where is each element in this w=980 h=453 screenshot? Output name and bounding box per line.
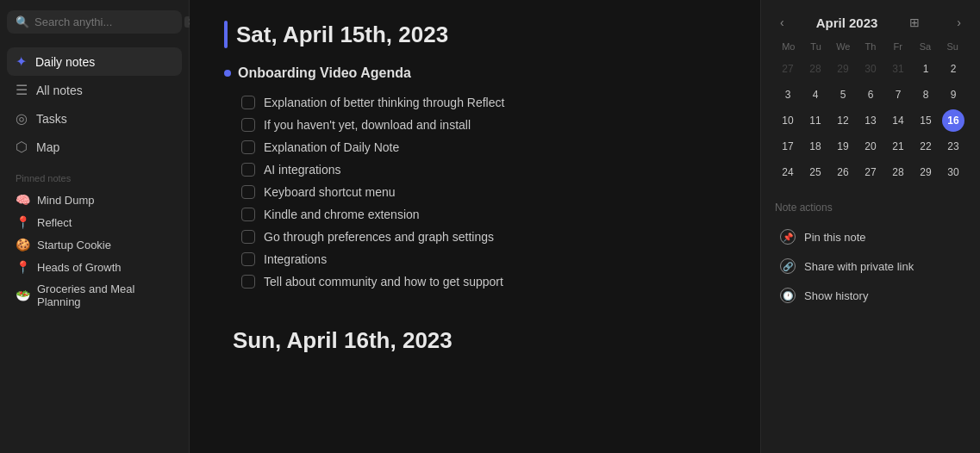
- checkbox[interactable]: [241, 118, 255, 132]
- calendar-day-header: Tu: [802, 41, 830, 52]
- calendar-cell[interactable]: 16: [942, 109, 964, 132]
- sidebar-item-label: Daily notes: [35, 55, 95, 69]
- checklist-item-label: AI integrations: [264, 163, 341, 177]
- list-item[interactable]: Go through preferences and graph setting…: [241, 226, 726, 248]
- checklist-item-label: Keyboard shortcut menu: [264, 185, 396, 199]
- pinned-item-groceries[interactable]: 🥗 Groceries and Meal Planning: [7, 278, 182, 313]
- pinned-item-mind-dump[interactable]: 🧠 Mind Dump: [7, 189, 182, 211]
- checkbox[interactable]: [241, 140, 255, 154]
- calendar-cell[interactable]: 11: [804, 109, 827, 132]
- search-bar[interactable]: 🔍 ⌘K 🎤: [7, 10, 182, 34]
- heads-of-growth-emoji: 📍: [16, 260, 30, 274]
- calendar-cell[interactable]: 3: [777, 84, 799, 106]
- calendar-cell[interactable]: 12: [832, 109, 854, 132]
- checklist-item-label: Explanation of Daily Note: [264, 140, 399, 154]
- calendar-cell[interactable]: 18: [804, 135, 827, 158]
- calendar-cell[interactable]: 23: [942, 135, 964, 158]
- sidebar-item-map[interactable]: ⬡ Map: [7, 133, 182, 161]
- date-label-1: Sat, April 15th, 2023: [236, 22, 448, 48]
- checkbox[interactable]: [241, 275, 255, 289]
- checkbox[interactable]: [241, 230, 255, 244]
- list-item[interactable]: Kindle and chrome extension: [241, 203, 726, 226]
- checkbox[interactable]: [241, 185, 255, 199]
- checkbox[interactable]: [241, 208, 255, 221]
- list-item[interactable]: AI integrations: [241, 158, 726, 181]
- sidebar-item-all-notes[interactable]: ☰ All notes: [7, 76, 182, 104]
- checkbox[interactable]: [241, 96, 255, 109]
- pin-icon: 📌: [780, 229, 796, 245]
- checkbox[interactable]: [241, 163, 255, 177]
- calendar-cell[interactable]: 22: [914, 135, 937, 158]
- calendar-cell[interactable]: 20: [859, 135, 882, 158]
- date-label-2: Sun, April 16th, 2023: [233, 327, 453, 354]
- calendar-cell[interactable]: 24: [777, 161, 799, 183]
- search-input[interactable]: [34, 16, 179, 28]
- cal-next-button[interactable]: ›: [952, 14, 966, 31]
- daily-notes-icon: ✦: [16, 53, 27, 70]
- calendar-cell[interactable]: 28: [804, 58, 827, 80]
- date-heading-1: Sat, April 15th, 2023: [224, 21, 726, 48]
- calendar-cell[interactable]: 2: [942, 58, 964, 80]
- section-dot: [224, 70, 231, 77]
- calendar-cell[interactable]: 30: [859, 58, 882, 80]
- calendar-days-header: MoTuWeThFrSaSu: [775, 41, 966, 52]
- calendar-cell[interactable]: 14: [887, 109, 909, 132]
- calendar-cell[interactable]: 9: [942, 84, 964, 106]
- pinned-item-heads-of-growth[interactable]: 📍 Heads of Growth: [7, 256, 182, 278]
- date-heading-2: Sun, April 16th, 2023: [224, 327, 726, 354]
- list-item[interactable]: If you haven't yet, download and install: [241, 114, 726, 136]
- calendar-cell[interactable]: 29: [914, 161, 937, 183]
- list-item[interactable]: Keyboard shortcut menu: [241, 181, 726, 203]
- calendar-cell[interactable]: 19: [832, 135, 854, 158]
- search-icon: 🔍: [16, 16, 29, 28]
- calendar-cell[interactable]: 27: [777, 58, 799, 80]
- checklist-item-label: If you haven't yet, download and install: [264, 118, 471, 132]
- checklist-item-label: Kindle and chrome extension: [264, 208, 420, 221]
- calendar-cell[interactable]: 28: [887, 161, 909, 183]
- calendar-cell[interactable]: 27: [859, 161, 882, 183]
- list-item[interactable]: Tell about community and how to get supp…: [241, 270, 726, 293]
- calendar-grid-icon[interactable]: ⊞: [904, 14, 925, 31]
- calendar-cell[interactable]: 21: [887, 135, 909, 158]
- pin-note-action[interactable]: 📌 Pin this note: [775, 222, 966, 251]
- calendar-grid: 2728293031123456789101112131415161718192…: [775, 57, 966, 184]
- calendar-cell[interactable]: 25: [804, 161, 827, 183]
- sidebar-item-label: Map: [36, 140, 59, 154]
- calendar-day-header: Sa: [912, 41, 939, 52]
- list-item[interactable]: Integrations: [241, 248, 726, 270]
- right-panel: ‹ April 2023 ⊞ › MoTuWeThFrSaSu 27282930…: [760, 0, 980, 453]
- calendar-cell[interactable]: 13: [859, 109, 882, 132]
- calendar-cell[interactable]: 8: [914, 84, 937, 106]
- main-content: Sat, April 15th, 2023 Onboarding Video A…: [190, 0, 760, 453]
- pinned-item-startup-cookie[interactable]: 🍪 Startup Cookie: [7, 233, 182, 256]
- show-history-action[interactable]: 🕐 Show history: [775, 281, 966, 310]
- checklist-item-label: Go through preferences and graph setting…: [264, 230, 494, 244]
- share-link-action[interactable]: 🔗 Share with private link: [775, 251, 966, 281]
- calendar-cell[interactable]: 5: [832, 84, 854, 106]
- note-actions-section: Note actions 📌 Pin this note 🔗 Share wit…: [775, 202, 966, 310]
- note-actions-label: Note actions: [775, 202, 966, 214]
- calendar-cell[interactable]: 30: [942, 161, 964, 183]
- checkbox[interactable]: [241, 252, 255, 266]
- cal-prev-button[interactable]: ‹: [775, 14, 790, 31]
- sidebar-item-daily-notes[interactable]: ✦ Daily notes: [7, 47, 182, 76]
- calendar-cell[interactable]: 15: [914, 109, 937, 132]
- calendar-cell[interactable]: 29: [832, 58, 854, 80]
- show-history-label: Show history: [804, 289, 868, 302]
- calendar-cell[interactable]: 10: [777, 109, 799, 132]
- checklist-item-label: Tell about community and how to get supp…: [264, 275, 503, 289]
- pinned-item-reflect[interactable]: 📍 Reflect: [7, 211, 182, 233]
- calendar-cell[interactable]: 31: [887, 58, 909, 80]
- history-icon: 🕐: [780, 288, 796, 303]
- calendar-day-header: We: [829, 41, 857, 52]
- calendar-cell[interactable]: 7: [887, 84, 909, 106]
- calendar-cell[interactable]: 26: [832, 161, 854, 183]
- list-item[interactable]: Explanation of Daily Note: [241, 136, 726, 158]
- sidebar-item-tasks[interactable]: ◎ Tasks: [7, 104, 182, 133]
- list-item[interactable]: Explanation of better thinking through R…: [241, 91, 726, 114]
- calendar-cell[interactable]: 1: [914, 58, 937, 80]
- calendar-cell[interactable]: 4: [804, 84, 827, 106]
- tasks-icon: ◎: [16, 110, 28, 127]
- calendar-cell[interactable]: 6: [859, 84, 882, 106]
- calendar-cell[interactable]: 17: [777, 135, 799, 158]
